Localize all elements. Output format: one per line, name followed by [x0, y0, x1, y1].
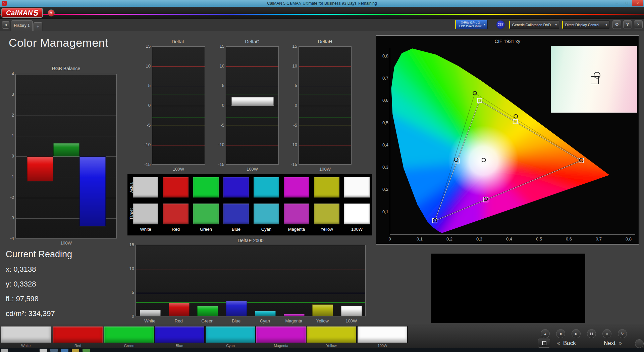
pattern-button-white[interactable]	[1, 326, 51, 343]
titlebar: 5 CalMAN 5 CalMAN Ultimate for Business …	[0, 0, 644, 7]
pattern-button-label: Magenta	[256, 344, 306, 348]
eject-button[interactable]: ▲	[541, 329, 550, 338]
settings-button[interactable]: ⚙	[612, 20, 621, 29]
chart-bar	[79, 157, 106, 226]
cie-y-tick-label: 0,8	[377, 53, 388, 58]
x-axis-label: 100W	[15, 240, 117, 246]
color-swatch-white	[133, 177, 158, 197]
cie-zoom-markers	[551, 46, 637, 113]
y-axis-tick-label: -3	[3, 215, 14, 220]
color-swatch-blue	[223, 177, 249, 197]
color-swatch-cyan	[254, 177, 279, 197]
chart-bar	[255, 311, 276, 317]
source-select-button[interactable]: Generic Calibration DVD ▾	[509, 20, 559, 29]
cie-x-tick-label: 0	[383, 236, 396, 241]
page-title: Color Management	[9, 36, 108, 49]
delta-h-chart: DeltaH151050-5-10-15100W	[290, 39, 352, 175]
pattern-button-label: 100W	[357, 344, 408, 348]
pattern-button-blue[interactable]	[154, 326, 205, 343]
stop-button[interactable]: ■	[556, 329, 565, 338]
play-button[interactable]: ▶	[572, 329, 581, 338]
nav-circle-button[interactable]	[635, 339, 644, 348]
pattern-button-magenta[interactable]	[256, 326, 306, 343]
minimize-button[interactable]: ─	[612, 0, 622, 6]
taskbar-icon[interactable]	[50, 349, 58, 352]
gridline	[16, 74, 116, 75]
cie-x-tick-label: 0,7	[592, 236, 605, 241]
tolerance-line	[226, 118, 278, 118]
gridline	[16, 95, 116, 95]
y-axis-tick-label: 15	[123, 242, 134, 247]
collapse-panel-button[interactable]: ◄	[2, 21, 9, 29]
y-axis-tick-label: 0	[123, 314, 134, 319]
app-window: 5 CalMAN 5 CalMAN Ultimate for Business …	[0, 0, 644, 352]
y-axis-tick-label: -5	[286, 123, 297, 128]
x-axis-tick-label: Red	[164, 318, 193, 323]
pattern-button-green[interactable]	[104, 326, 154, 343]
y-axis-tick-label: -15	[213, 162, 224, 167]
swatch-column-label: Red	[163, 227, 189, 232]
tolerance-line	[299, 86, 351, 86]
taskbar-icon[interactable]	[40, 349, 47, 352]
window-title: CalMAN 5 CalMAN Ultimate for Business 93…	[0, 0, 644, 7]
y-axis-tick-label: -4	[3, 236, 14, 241]
pause-button[interactable]: ▮▮	[587, 329, 596, 338]
delta-l-chart: DeltaL151050-5-10-15100W	[143, 39, 206, 175]
tolerance-line	[226, 145, 278, 145]
pattern-button-cyan[interactable]	[205, 326, 256, 343]
y-axis-tick-label: 10	[286, 63, 297, 69]
next-button[interactable]: Next »	[604, 340, 622, 347]
cie-x-tick-label: 0,1	[413, 236, 426, 241]
y-axis-tick-label: 15	[139, 44, 151, 49]
chart-title: DeltaL	[152, 39, 205, 44]
chevron-down-icon: ▾	[555, 23, 557, 27]
pattern-button-yellow[interactable]	[306, 326, 357, 343]
chart-title: DeltaE 2000	[136, 238, 366, 243]
tolerance-line	[152, 118, 205, 118]
tab-history-1[interactable]: History 1	[11, 20, 33, 31]
logo-menu-button[interactable]: ▾	[48, 9, 55, 16]
y-axis-tick-label: 2	[3, 113, 14, 118]
meter-select-button[interactable]: X-Rite i1Pro 2 LCD Direct View ▾	[455, 20, 488, 29]
add-tab-button[interactable]: +	[34, 22, 42, 31]
taskbar-icon[interactable]	[61, 349, 68, 352]
workspace-close-button[interactable]: ×	[634, 20, 643, 29]
color-swatch-magenta	[284, 177, 309, 197]
color-swatch-yellow	[314, 177, 339, 197]
y-axis-tick-label: -1	[3, 174, 14, 179]
cie-y-tick-label: 0,5	[377, 120, 388, 125]
y-axis-tick-label: 3	[3, 92, 14, 97]
swatch-column-label: Yellow	[314, 227, 339, 232]
maximize-button[interactable]: □	[622, 0, 632, 6]
y-axis-tick-label: -10	[286, 142, 297, 147]
pattern-window-button[interactable]	[538, 339, 550, 348]
pattern-button-red[interactable]	[53, 326, 103, 343]
x-axis-tick-label: Blue	[222, 318, 251, 323]
refresh-button[interactable]: ↻	[618, 329, 627, 338]
close-window-button[interactable]: ×	[632, 0, 643, 6]
deltae-2000-chart: DeltaE 2000151050WhiteRedGreenBlueCyanMa…	[125, 238, 366, 324]
cie-x-tick-label: 0,2	[443, 236, 456, 241]
cie-y-tick-label: 0,7	[377, 76, 388, 81]
cie-y-tick-label: 0,2	[377, 187, 388, 192]
cie-y-tick-label: 0,6	[377, 98, 388, 103]
x-axis-tick-label: Green	[193, 318, 222, 323]
loop-button[interactable]: ∞	[602, 329, 611, 338]
chevron-down-icon: ▾	[605, 23, 607, 27]
x-axis-label: 100W	[152, 167, 205, 172]
delta-c-chart: DeltaC151050-5-10-15100W	[217, 39, 279, 175]
help-button[interactable]: ?	[623, 20, 632, 29]
color-swatch-red	[163, 204, 189, 224]
tolerance-line	[299, 94, 351, 94]
back-button[interactable]: « Back	[557, 340, 576, 347]
cie-x-tick-label: 0,8	[622, 236, 635, 241]
chevron-right-icon: »	[619, 340, 622, 347]
pattern-button-100w[interactable]	[357, 326, 408, 343]
tolerance-line	[299, 67, 351, 67]
color-swatch-yellow	[314, 204, 339, 224]
taskbar-icon[interactable]	[72, 349, 79, 352]
taskbar-start-icon[interactable]	[1, 349, 8, 352]
display-control-button[interactable]: Direct Display Control ▾	[562, 20, 609, 29]
taskbar-icon[interactable]	[83, 349, 90, 352]
pattern-button-label: White	[1, 344, 51, 348]
